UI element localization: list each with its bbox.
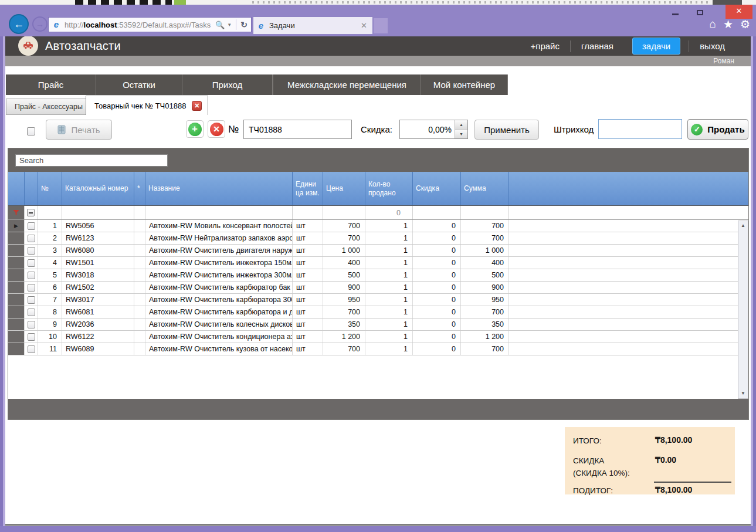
filter-qty-value[interactable]: 0 xyxy=(365,206,413,219)
row-checkbox-cell[interactable] xyxy=(25,269,38,281)
receipt-number-input[interactable] xyxy=(243,120,352,139)
table-row[interactable]: 9RW2036Автохим-RW Очиститель колесных ди… xyxy=(8,318,748,331)
cell-sum: 900 xyxy=(461,282,509,293)
table-row[interactable]: 4RW1501Автохим-RW Очиститель инжектора 1… xyxy=(8,257,748,269)
column-header-unit[interactable]: Единица изм. xyxy=(293,172,323,205)
spinner-down-button[interactable]: ▼ xyxy=(455,130,467,138)
filter-cell[interactable] xyxy=(134,206,145,219)
column-header-sum[interactable]: Сумма xyxy=(461,172,509,205)
select-all-checkbox-cell[interactable] xyxy=(25,206,38,219)
nav-exit-link[interactable]: выход xyxy=(689,41,735,51)
column-header-discount[interactable]: Скидка xyxy=(413,172,461,205)
row-checkbox-cell[interactable] xyxy=(25,343,38,355)
cross-icon: ✕ xyxy=(210,123,223,136)
row-checkbox[interactable] xyxy=(28,222,35,230)
filter-cell[interactable] xyxy=(413,206,461,219)
table-row[interactable]: 8RW6081Автохим-RW Очиститель карбюратора… xyxy=(8,306,748,318)
row-checkbox-cell[interactable] xyxy=(25,331,38,343)
filter-cell[interactable] xyxy=(461,206,509,219)
row-checkbox[interactable] xyxy=(28,333,35,341)
scroll-down-arrow[interactable]: ▼ xyxy=(738,389,748,398)
barcode-input[interactable] xyxy=(598,119,682,139)
minimize-button[interactable] xyxy=(667,7,683,17)
table-row[interactable]: 6RW1502Автохим-RW Очиститель карбюратор … xyxy=(8,282,748,294)
apply-button[interactable]: Применить xyxy=(474,120,539,140)
row-checkbox-cell[interactable] xyxy=(25,318,38,330)
row-checkbox-cell[interactable] xyxy=(25,294,38,306)
back-button[interactable]: ← xyxy=(9,14,29,34)
table-row[interactable]: 2RW6123Автохим-RW Нейтрализатор запахов … xyxy=(8,232,748,245)
menu-item-stock[interactable]: Остатки xyxy=(96,74,182,95)
menu-item-price[interactable]: Прайс xyxy=(6,74,96,95)
menu-item-transfers[interactable]: Межскладские перемещения xyxy=(273,74,421,95)
print-button[interactable]: Печать xyxy=(46,120,112,140)
delete-row-button[interactable]: ✕ xyxy=(208,120,225,138)
row-checkbox-cell[interactable] xyxy=(25,306,38,318)
column-header-name[interactable]: Название xyxy=(145,172,293,205)
row-checkbox[interactable] xyxy=(28,247,35,255)
add-row-button[interactable]: + xyxy=(186,120,204,138)
maximize-button[interactable] xyxy=(692,7,707,17)
filter-cell[interactable] xyxy=(293,206,323,219)
row-checkbox[interactable] xyxy=(28,345,35,353)
filter-funnel-cell[interactable] xyxy=(8,206,25,219)
column-header-star[interactable]: * xyxy=(134,172,145,205)
toolbar-checkbox[interactable] xyxy=(27,127,35,135)
new-tab-button[interactable] xyxy=(374,18,388,33)
filter-cell[interactable] xyxy=(38,206,62,219)
select-all-checkbox[interactable] xyxy=(27,209,35,216)
cell-number: 10 xyxy=(38,331,62,343)
filter-cell[interactable] xyxy=(145,206,293,219)
row-checkbox-cell[interactable] xyxy=(25,257,38,269)
row-checkbox[interactable] xyxy=(28,235,35,242)
nav-add-price-link[interactable]: +прайс xyxy=(520,41,570,51)
row-checkbox-cell[interactable] xyxy=(25,232,38,244)
table-row[interactable]: 10RW6122Автохим-RW Очиститель кондиционе… xyxy=(8,331,748,343)
discount-spinner[interactable]: 0,00% ▲ ▼ xyxy=(399,120,468,139)
url-text[interactable]: http://localhost:53592/Default.aspx#/Tas… xyxy=(65,21,215,29)
vertical-scrollbar[interactable]: ▲ ▼ xyxy=(738,221,748,399)
favorites-star-icon[interactable]: ★ xyxy=(723,18,733,31)
row-checkbox-cell[interactable] xyxy=(25,282,38,293)
chevron-down-icon[interactable]: ▼ xyxy=(227,22,232,28)
table-row[interactable]: 5RW3018Автохим-RW Очиститель инжектора 3… xyxy=(8,269,748,282)
row-checkbox[interactable] xyxy=(28,259,35,267)
table-row[interactable]: 7RW3017Автохим-RW Очиститель карбюратора… xyxy=(8,294,748,306)
browser-tab[interactable]: e Задачи ✕ xyxy=(253,16,373,34)
refresh-icon[interactable]: ↻ xyxy=(240,20,248,29)
tab-receipt[interactable]: Товарный чек № ТЧ01888 ✕ xyxy=(86,96,208,115)
row-checkbox[interactable] xyxy=(28,321,35,328)
tab-close-button[interactable]: ✕ xyxy=(192,101,202,111)
column-header-catalog[interactable]: Каталожный номер xyxy=(62,172,134,205)
nav-home-link[interactable]: главная xyxy=(571,41,624,51)
scroll-up-arrow[interactable]: ▲ xyxy=(738,221,748,231)
table-row[interactable]: 11RW6089Автохим-RW Очиститель кузова от … xyxy=(8,343,748,355)
column-header-price[interactable]: Цена xyxy=(323,172,365,205)
table-row[interactable]: 3RW6080Автохим-RW Очиститель двигателя н… xyxy=(8,245,748,257)
tab-price-accessories[interactable]: Прайс - Аксессуары xyxy=(6,99,91,115)
row-checkbox[interactable] xyxy=(28,272,35,279)
address-bar[interactable]: e http://localhost:53592/Default.aspx#/T… xyxy=(48,17,252,32)
column-header-qty[interactable]: Кол-во продано xyxy=(365,172,413,205)
row-checkbox-cell[interactable] xyxy=(25,220,38,232)
filter-cell[interactable] xyxy=(323,206,365,219)
menu-item-arrival[interactable]: Приход xyxy=(182,74,273,95)
cell-price: 700 xyxy=(323,306,365,318)
search-icon[interactable]: 🔍 xyxy=(215,21,225,29)
column-header-number[interactable]: № xyxy=(38,172,62,205)
row-checkbox[interactable] xyxy=(28,284,35,292)
table-row[interactable]: ▶1RW5056Автохим-RW Мовиль консервант пол… xyxy=(8,220,748,232)
row-checkbox[interactable] xyxy=(28,296,35,304)
filter-cell[interactable] xyxy=(62,206,134,219)
menu-item-container[interactable]: Мой контейнер xyxy=(421,74,508,95)
tab-close-icon[interactable]: ✕ xyxy=(355,21,372,30)
row-checkbox-cell[interactable] xyxy=(25,245,38,256)
row-checkbox[interactable] xyxy=(28,309,35,316)
settings-gear-icon[interactable]: ⚙ xyxy=(740,18,750,31)
nav-tasks-button[interactable]: задачи xyxy=(632,38,680,55)
search-input[interactable] xyxy=(15,154,168,167)
spinner-up-button[interactable]: ▲ xyxy=(455,120,467,130)
home-icon[interactable]: ⌂ xyxy=(709,18,716,31)
forward-button[interactable]: → xyxy=(32,16,48,32)
sell-button[interactable]: ✓ Продать xyxy=(687,119,748,140)
